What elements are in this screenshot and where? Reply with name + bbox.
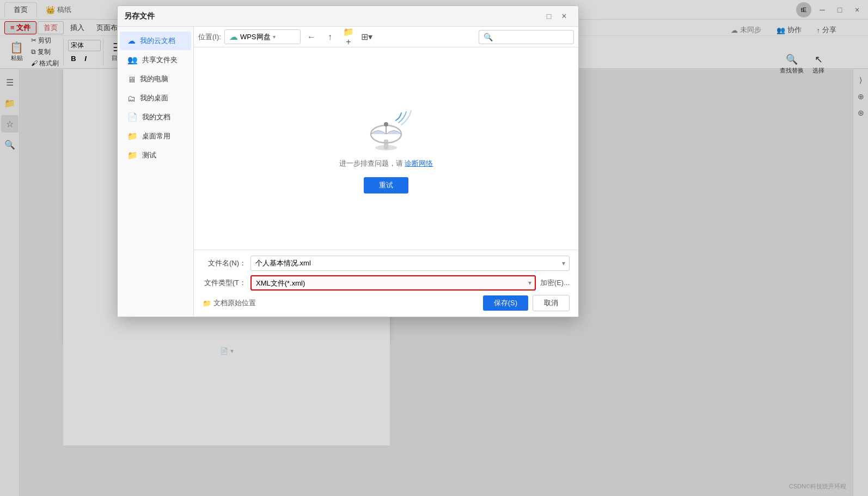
nav-item-computer[interactable]: 🖥 我的电脑 (120, 70, 191, 88)
nav-item-desktop[interactable]: 🗂 我的桌面 (120, 89, 191, 107)
nav-label-desktop: 我的桌面 (140, 93, 168, 103)
search-input[interactable] (493, 33, 569, 41)
filetype-select[interactable]: XML文件(*.xml) WPS文字文件(*.wps) Word文档(*.doc… (250, 275, 536, 291)
retry-button[interactable]: 重试 (364, 177, 408, 193)
cancel-button[interactable]: 取消 (533, 295, 570, 311)
dialog-toolbar: 位置(I): ☁ WPS网盘 ▾ ← ↑ 📁+ ⊞▾ 🔍 (194, 27, 578, 47)
footer-actions: 保存(S) 取消 (483, 295, 570, 311)
nav-label-common: 桌面常用 (142, 131, 170, 141)
nav-label-docs: 我的文档 (142, 112, 170, 122)
save-as-dialog: 另存文件 □ × ☁ 我的云文档 👥 共享文件夹 🖥 我的电脑 🗂 我的桌面 (117, 5, 579, 317)
common-icon: 📁 (127, 131, 138, 141)
filename-row: 文件名(N)： (203, 256, 570, 271)
nav-label-shared: 共享文件夹 (142, 55, 178, 65)
satellite-illustration (359, 104, 413, 159)
doc-location-label: 文档原始位置 (213, 298, 256, 308)
dialog-titlebar: 另存文件 □ × (118, 6, 578, 27)
dialog-nav: ☁ 我的云文档 👥 共享文件夹 🖥 我的电脑 🗂 我的桌面 📄 我的文档 📁 (118, 27, 194, 317)
nav-label-computer: 我的电脑 (140, 74, 168, 84)
nav-item-cloud[interactable]: ☁ 我的云文档 (120, 32, 191, 50)
new-folder-button[interactable]: 📁+ (341, 29, 356, 45)
svg-point-4 (384, 122, 388, 126)
dialog-main: 位置(I): ☁ WPS网盘 ▾ ← ↑ 📁+ ⊞▾ 🔍 (194, 27, 578, 317)
dialog-maximize-button[interactable]: □ (541, 9, 557, 24)
filetype-label: 文件类型(T： (203, 278, 246, 288)
encrypt-link[interactable]: 加密(E)... (540, 278, 570, 288)
folder-icon: 📁 (203, 299, 211, 307)
filename-input[interactable] (250, 256, 570, 271)
docs-icon: 📄 (127, 112, 138, 122)
nav-item-docs[interactable]: 📄 我的文档 (120, 108, 191, 126)
svg-rect-1 (384, 140, 388, 149)
nav-item-shared[interactable]: 👥 共享文件夹 (120, 51, 191, 69)
error-message: 进一步排查问题，请 诊断网络 (339, 159, 433, 168)
dialog-close-button[interactable]: × (557, 9, 572, 24)
shared-icon: 👥 (127, 55, 138, 65)
save-button[interactable]: 保存(S) (483, 295, 528, 311)
cloud-icon: ☁ (127, 36, 136, 46)
search-icon: 🔍 (484, 33, 493, 41)
dialog-content-area: 进一步排查问题，请 诊断网络 重试 (194, 47, 578, 250)
nav-label-cloud: 我的云文档 (140, 36, 175, 46)
location-arrow-icon: ▾ (273, 34, 276, 40)
dialog-body: ☁ 我的云文档 👥 共享文件夹 🖥 我的电脑 🗂 我的桌面 📄 我的文档 📁 (118, 27, 578, 317)
desktop-icon: 🗂 (127, 94, 136, 103)
nav-up-button[interactable]: ↑ (322, 29, 338, 45)
nav-back-button[interactable]: ← (304, 29, 319, 45)
nav-item-test[interactable]: 📁 测试 (120, 146, 191, 165)
location-label: 位置(I): (198, 32, 221, 42)
search-box: 🔍 (479, 30, 574, 44)
dialog-footer: 文件名(N)： 文件类型(T： XML文件(*.xml) WPS文字文件(*.w… (194, 250, 578, 317)
test-icon: 📁 (127, 150, 138, 160)
filetype-select-wrapper: XML文件(*.xml) WPS文字文件(*.wps) Word文档(*.doc… (250, 275, 536, 291)
filetype-row: 文件类型(T： XML文件(*.xml) WPS文字文件(*.wps) Word… (203, 275, 570, 291)
nav-item-common[interactable]: 📁 桌面常用 (120, 127, 191, 146)
computer-icon: 🖥 (127, 75, 136, 84)
dialog-title: 另存文件 (124, 11, 541, 21)
filename-input-wrapper (250, 256, 570, 271)
view-toggle-button[interactable]: ⊞▾ (359, 29, 375, 45)
network-diagnose-link[interactable]: 诊断网络 (405, 159, 433, 167)
nav-label-test: 测试 (142, 150, 156, 160)
location-value: WPS网盘 (240, 32, 271, 42)
location-dropdown[interactable]: ☁ WPS网盘 ▾ (224, 29, 301, 44)
doc-original-location[interactable]: 📁 文档原始位置 (203, 298, 256, 308)
footer-bottom-row: 📁 文档原始位置 保存(S) 取消 (203, 295, 570, 311)
filename-label: 文件名(N)： (203, 258, 246, 268)
wps-disk-icon: ☁ (229, 32, 238, 42)
